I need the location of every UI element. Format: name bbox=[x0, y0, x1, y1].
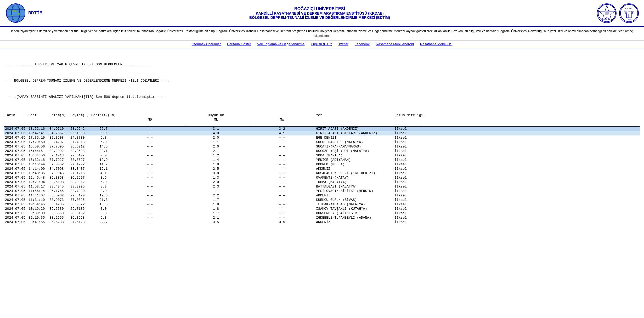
cell-time: 18:47:41 bbox=[27, 131, 48, 135]
cell-lat: 39.3508 bbox=[48, 135, 69, 140]
div-boylam: -------- bbox=[69, 122, 90, 127]
cell-time: 15:32:18 bbox=[27, 158, 48, 162]
title-line3: BÖLGESEL DEPREM-TSUNAMİ İZLEME VE DEĞERL… bbox=[42, 15, 597, 20]
cell-md: –.– bbox=[117, 158, 183, 162]
cell-md: –.– bbox=[117, 193, 183, 198]
cell-quality: İlksel bbox=[393, 193, 640, 198]
cell-location: İSAKÖY-TAVŞANLI (KÜTAHYA) bbox=[315, 207, 393, 211]
cell-ml: 2.0 bbox=[183, 135, 249, 140]
svg-point-5 bbox=[12, 10, 16, 12]
table-row: 2024.07.0511:31:1038.907337.032521.3–.–1… bbox=[4, 198, 640, 202]
table-row: 2024.07.0511:58:1738.434538.39058.8–.–2.… bbox=[4, 184, 640, 189]
cell-quality: İlksel bbox=[393, 198, 640, 202]
cell-mw: –.– bbox=[249, 184, 315, 189]
cell-quality: İlksel bbox=[393, 189, 640, 193]
cell-ml: 1.1 bbox=[183, 189, 249, 193]
cell-md: –.– bbox=[117, 135, 183, 140]
cell-ml: 2.0 bbox=[183, 180, 249, 184]
nav-link-veri[interactable]: Veri Toplama ve Değerlendirme bbox=[257, 42, 304, 46]
cell-lat: 39.1713 bbox=[48, 153, 69, 158]
nav-link-ios[interactable]: Rasathane Mobil IOS bbox=[420, 42, 453, 46]
cell-ml: 1.7 bbox=[183, 211, 249, 215]
cell-mw: 3.2 bbox=[249, 126, 315, 131]
cell-location: BODRUM (MUGLA) bbox=[315, 162, 393, 167]
table-row: 2024.07.0509:19:3538.266536.36585.3–.–2.… bbox=[4, 215, 640, 220]
div-yer: -------------- bbox=[315, 122, 393, 127]
cell-time: 17:29:50 bbox=[27, 140, 48, 144]
cell-lat: 35.5962 bbox=[48, 193, 69, 198]
cell-time: 12:46:48 bbox=[27, 175, 48, 180]
cell-quality: İlksel bbox=[393, 211, 640, 215]
cell-location: OVAKENTi-(HATAY) bbox=[315, 175, 393, 180]
cell-md: –.– bbox=[117, 180, 183, 184]
cell-quality: İlksel bbox=[393, 131, 640, 135]
cell-quality: İlksel bbox=[393, 171, 640, 175]
table-row: 2024.07.0515:32:1837.792738.352712.9–.–1… bbox=[4, 158, 640, 162]
cell-depth: 5.3 bbox=[90, 135, 117, 140]
svg-point-6 bbox=[18, 13, 20, 15]
cell-ml: 1.8 bbox=[183, 162, 249, 167]
cell-time: 15:16:44 bbox=[27, 162, 48, 167]
cell-md: –.– bbox=[117, 149, 183, 153]
cell-time: 10:34:45 bbox=[27, 202, 48, 207]
nav-link-harita[interactable]: Haritada Göster bbox=[227, 42, 251, 46]
cell-depth: 22.7 bbox=[90, 126, 117, 131]
cell-depth: 12.6 bbox=[90, 193, 117, 198]
cell-date: 2024.07.05 bbox=[4, 126, 27, 131]
nav-link-facebook[interactable]: Facebook bbox=[355, 42, 370, 46]
cell-md: –.– bbox=[117, 189, 183, 193]
header: BDTİM BOĞAZİÇİ ÜNİVERSİTESİ KANDİLLİ RAS… bbox=[0, 0, 644, 27]
cell-location: SUCATİ-(KAHRAMANMARAŞ) bbox=[315, 144, 393, 149]
cell-quality: İlksel bbox=[393, 144, 640, 149]
cell-lon: 33.7200 bbox=[69, 189, 90, 193]
cell-time: 11:31:10 bbox=[27, 198, 48, 202]
nav-link-otomatik[interactable]: Otomatik Çözümler bbox=[192, 42, 221, 46]
cell-ml: 4.0 bbox=[183, 131, 249, 135]
cell-location: SUGUL-DARENDE (MALATYA) bbox=[315, 140, 393, 144]
cell-md: –.– bbox=[117, 131, 183, 135]
cell-lat: 35.6238 bbox=[48, 220, 69, 224]
table-row: 2024.07.0510:19:2939.563029.71850.0–.–1.… bbox=[4, 207, 640, 211]
cell-lon: 27.6107 bbox=[69, 153, 90, 158]
content-section: ...............TÜRKİYE VE YAKIN ÇEVRESİN… bbox=[0, 48, 644, 227]
cell-md: –.– bbox=[117, 215, 183, 220]
cell-md: –.– bbox=[117, 162, 183, 167]
cell-ml: 1.8 bbox=[183, 202, 249, 207]
cell-depth: 14.2 bbox=[90, 162, 117, 167]
cell-ml: 3.0 bbox=[183, 171, 249, 175]
cell-lat: 39.5630 bbox=[48, 207, 69, 211]
cell-md: –.– bbox=[117, 126, 183, 131]
svg-text:1863: 1863 bbox=[628, 19, 631, 20]
cell-ml: 2.0 bbox=[183, 144, 249, 149]
table-row: 2024.07.0515:50:5637.759536.621214.5–.–2… bbox=[4, 144, 640, 149]
cell-quality: İlksel bbox=[393, 167, 640, 171]
cell-quality: İlksel bbox=[393, 140, 640, 144]
cell-mw: –.– bbox=[249, 144, 315, 149]
cell-depth: 14.5 bbox=[90, 144, 117, 149]
cell-mw: –.– bbox=[249, 135, 315, 140]
cell-lat: 38.4345 bbox=[48, 184, 69, 189]
col-tarih-sub bbox=[4, 117, 27, 122]
cell-lat: 38.4785 bbox=[48, 202, 69, 207]
nav-link-twitter[interactable]: Twitter bbox=[338, 42, 348, 46]
cell-location: KURKCU-GURUN (SİVAS) bbox=[315, 198, 393, 202]
cell-date: 2024.07.05 bbox=[4, 202, 27, 207]
nav-link-english[interactable]: English (UTC) bbox=[311, 42, 332, 46]
col-mw: Mw bbox=[249, 117, 315, 122]
cell-location: IGDEBELi-TUFANBEYLİ (ADANA) bbox=[315, 215, 393, 220]
table-row: 2024.07.0510:34:4538.478538.057218.5–.–1… bbox=[4, 202, 640, 207]
cell-time: 13:43:35 bbox=[27, 171, 48, 175]
cell-time: 10:19:29 bbox=[27, 207, 48, 211]
nav-link-android[interactable]: Rasathane Mobil Android bbox=[376, 42, 414, 46]
cell-lon: 36.6212 bbox=[69, 144, 90, 149]
cell-depth: 5.3 bbox=[90, 215, 117, 220]
cell-location: TOHMA-(MALATYA) bbox=[315, 180, 393, 184]
cell-time: 11:41:07 bbox=[27, 193, 48, 198]
cell-depth: 0.0 bbox=[90, 153, 117, 158]
table-row: 2024.07.0508:41:5535.623827.612822.7–.–3… bbox=[4, 220, 640, 224]
col-boylam: Boylam(E) bbox=[69, 113, 90, 117]
cell-date: 2024.07.05 bbox=[4, 153, 27, 158]
cell-depth: 22.1 bbox=[90, 149, 117, 153]
cell-location: YENİCE-(ADIYAMAN) bbox=[315, 158, 393, 162]
kandilli-logo: KRDAE bbox=[597, 3, 617, 23]
